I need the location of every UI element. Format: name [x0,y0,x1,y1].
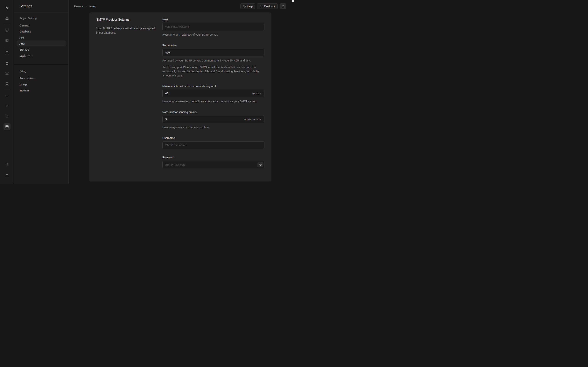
smtp-settings-panel: SMTP Provider Settings Your SMTP Credent… [89,12,271,182]
rail-item-reports[interactable] [3,92,10,99]
sql-editor-terminal-icon [5,39,9,42]
sidebar-item-auth[interactable]: Auth [17,41,66,47]
interval-input[interactable] [162,90,265,97]
rail-divider [4,47,10,47]
port-helper-1: Port used by your SMTP server. Common po… [162,58,265,63]
rail-divider [4,90,10,90]
sidebar-item-general[interactable]: General [17,22,66,28]
home-icon [5,16,9,20]
sidebar-item-database[interactable]: Database [17,28,66,34]
help-button[interactable]: Help [240,3,255,9]
billing-section: Billing Subscription Usage Invoices [14,64,68,93]
field-port: Port number Port used by your SMTP serve… [162,44,265,78]
rail-item-edge-functions[interactable] [3,80,10,87]
project-settings-section: Project Settings General Database API Au… [14,12,68,58]
password-input[interactable] [162,161,265,168]
host-helper: Hostname or IP address of your SMTP serv… [162,33,265,37]
rail-divider [4,24,10,24]
breadcrumb: Personal / acme [74,5,96,8]
settings-sidebar-header: Settings [14,0,68,12]
field-host: Host Hostname or IP address of your SMTP… [162,18,265,37]
field-rate-limit: Rate limit for sending emails emails per… [162,110,265,129]
interval-label: Minimum interval between emails being se… [162,85,265,88]
rail-item-logs[interactable] [3,102,10,109]
password-label: Password [162,156,265,159]
notifications-button[interactable] [280,3,286,9]
table-editor-grid-icon [5,28,9,32]
port-input[interactable] [162,49,265,56]
username-label: Username [162,136,265,140]
breadcrumb-separator: / [86,5,87,8]
sidebar-item-vault[interactable]: Vault BETA [17,52,66,58]
panel-intro: SMTP Provider Settings Your SMTP Credent… [96,18,162,168]
supabase-bolt-icon [4,5,9,10]
page-title: Settings [19,4,32,8]
eye-icon [259,163,262,166]
sidebar-item-invoices[interactable]: Invoices [17,87,66,93]
edge-functions-hexagon-icon [5,82,9,86]
logs-list-icon [5,104,9,108]
panel-title: SMTP Provider Settings [96,18,156,21]
host-label: Host [162,18,265,21]
field-minimum-interval: Minimum interval between emails being se… [162,85,265,104]
rail-item-search[interactable] [3,161,10,168]
rail-item-docs[interactable] [3,113,10,120]
rail-item-table-editor[interactable] [3,27,10,34]
field-username: Username [162,136,265,149]
sidebar-item-api[interactable]: API [17,34,66,41]
bell-icon [281,5,284,8]
smtp-form: Host Hostname or IP address of your SMTP… [162,18,265,168]
rail-item-storage[interactable] [3,70,10,77]
sidebar-item-usage[interactable]: Usage [17,81,66,87]
field-password: Password [162,156,265,168]
rail-item-account[interactable] [3,172,10,179]
section-heading-project-settings: Project Settings [17,17,66,20]
rail-item-home[interactable] [3,15,10,22]
rail-item-database[interactable] [3,49,10,56]
scrollbar-thumb[interactable] [292,0,294,2]
breadcrumb-org[interactable]: Personal [74,5,84,8]
rate-limit-label: Rate limit for sending emails [162,110,265,114]
icon-rail [0,0,14,184]
sidebar-item-subscription[interactable]: Subscription [17,75,66,81]
header-actions: Help Feedback [240,3,286,9]
breadcrumb-project[interactable]: acme [89,5,96,8]
settings-sidebar: Settings Project Settings General Databa… [14,0,69,184]
sidebar-item-storage[interactable]: Storage [17,47,66,52]
port-label: Port number [162,44,265,47]
port-helper-2: Avoid using port 25 as modern SMTP email… [162,65,265,78]
search-icon [5,162,9,166]
help-circle-icon [243,5,246,8]
beta-badge: BETA [27,54,33,57]
panel-description: Your SMTP Credentials will always be enc… [96,26,156,35]
feedback-bubble-icon [260,5,263,8]
username-input[interactable] [162,142,265,149]
interval-helper: How long between each email can a new em… [162,100,265,104]
docs-file-icon [5,114,9,118]
settings-gear-icon [5,125,9,129]
rate-limit-input[interactable] [162,116,265,123]
user-icon [5,173,9,177]
rate-limit-helper: How many emails can be sent per hour. [162,125,265,129]
password-reveal-button[interactable] [258,162,263,167]
top-header: Personal / acme Help Feedback [69,0,294,12]
host-input[interactable] [162,23,265,30]
rail-item-sql-editor[interactable] [3,37,10,44]
reports-bar-chart-icon [5,94,9,98]
auth-lock-icon [5,61,9,65]
section-heading-billing: Billing [17,70,66,73]
feedback-button[interactable]: Feedback [257,3,278,9]
supabase-logo[interactable] [3,4,10,11]
rail-item-settings[interactable] [3,123,10,130]
database-cylinder-icon [5,51,9,55]
rail-item-auth[interactable] [3,60,10,67]
storage-archive-icon [5,71,9,75]
